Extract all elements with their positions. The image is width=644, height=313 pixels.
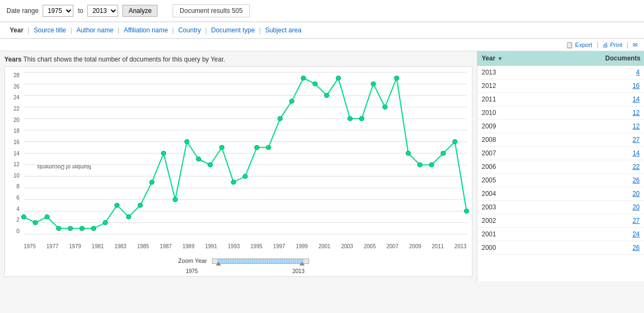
zoom-bar: Zoom Year 1975 2013 xyxy=(24,257,467,274)
svg-point-20 xyxy=(80,226,85,230)
chart-section: Years This chart shows the total number … xyxy=(0,51,477,281)
svg-point-42 xyxy=(336,76,341,80)
y-label: 8 xyxy=(5,183,21,189)
tab-country[interactable]: Country xyxy=(175,25,204,35)
svg-point-46 xyxy=(382,105,387,109)
chart-section-label: Years xyxy=(4,56,22,63)
svg-point-49 xyxy=(417,162,422,167)
to-label: to xyxy=(78,7,83,15)
x-axis-labels: 1975197719791981198319851987198919911993… xyxy=(24,243,467,249)
col-year-header[interactable]: Year ▼ xyxy=(477,51,601,65)
y-label: 18 xyxy=(5,128,21,134)
main-content: Years This chart shows the total number … xyxy=(0,51,644,281)
x-label: 2003 xyxy=(341,243,353,249)
col-docs-header: Documents xyxy=(601,51,644,65)
chart-container: 0246810121416182022242628 Number of Docu… xyxy=(4,66,472,277)
x-label: 2009 xyxy=(409,243,421,249)
export-icon: 📋 xyxy=(566,42,573,49)
to-year-select[interactable]: 1975197619771978197919801981198219831984… xyxy=(87,5,118,17)
doc-results: Document results 505 xyxy=(173,4,250,17)
td-docs[interactable]: 4 xyxy=(601,66,644,79)
export-button[interactable]: 📋 Export xyxy=(566,42,592,49)
y-label: 16 xyxy=(5,139,21,145)
tab-source-title[interactable]: Source title xyxy=(30,25,69,35)
td-docs[interactable]: 20 xyxy=(601,187,644,200)
td-docs[interactable]: 26 xyxy=(601,241,644,254)
email-icon: ✉ xyxy=(633,42,638,49)
x-label: 1997 xyxy=(273,243,285,249)
sort-icon: ▼ xyxy=(497,56,503,62)
svg-point-36 xyxy=(266,145,271,149)
x-label: 1993 xyxy=(228,243,239,249)
table-row: 2006 22 xyxy=(477,160,644,174)
td-year: 2003 xyxy=(477,201,601,214)
y-label: 12 xyxy=(5,161,21,167)
svg-point-16 xyxy=(33,221,38,225)
y-label: 4 xyxy=(5,206,21,212)
y-label: 20 xyxy=(5,117,21,123)
y-axis-title: Number of Documents xyxy=(0,129,3,183)
table-row: 2010 12 xyxy=(477,106,644,120)
x-label: 1975 xyxy=(24,243,36,249)
y-label: 14 xyxy=(5,151,21,156)
table-row: 2005 26 xyxy=(477,174,644,187)
email-button[interactable]: ✉ xyxy=(633,42,638,49)
td-docs[interactable]: 27 xyxy=(601,214,644,227)
svg-point-17 xyxy=(45,215,50,219)
svg-point-48 xyxy=(406,151,411,155)
td-docs[interactable]: 14 xyxy=(601,93,644,106)
y-label: 28 xyxy=(5,72,21,78)
svg-point-40 xyxy=(313,81,318,86)
td-year: 2008 xyxy=(477,133,601,146)
svg-point-53 xyxy=(464,209,469,213)
table-section: Year ▼ Documents 2013 4 2012 16 2011 14 … xyxy=(477,51,644,281)
zoom-from: 1975 xyxy=(186,268,198,274)
y-label: 6 xyxy=(5,195,21,201)
x-label: 1991 xyxy=(205,243,217,249)
print-label: Print xyxy=(610,42,622,48)
td-year: 2004 xyxy=(477,187,601,200)
td-year: 2013 xyxy=(477,66,601,79)
svg-point-25 xyxy=(138,203,143,207)
x-label: 1981 xyxy=(92,243,104,249)
td-docs[interactable]: 12 xyxy=(601,106,644,119)
table-row: 2011 14 xyxy=(477,93,644,106)
analyze-button[interactable]: Analyze xyxy=(122,5,157,17)
table-row: 2003 20 xyxy=(477,201,644,214)
td-docs[interactable]: 24 xyxy=(601,228,644,241)
table-row: 2004 20 xyxy=(477,187,644,201)
table-row: 2013 4 xyxy=(477,66,644,79)
tab-affiliation-name[interactable]: Affiliation name xyxy=(120,25,171,35)
tab-year[interactable]: Year xyxy=(6,25,26,35)
svg-point-47 xyxy=(394,76,399,80)
y-label: 10 xyxy=(5,173,21,179)
td-year: 2007 xyxy=(477,147,601,160)
print-button[interactable]: 🖨 Print xyxy=(602,42,622,48)
from-year-select[interactable]: 1975197619771978197919801981198219831984… xyxy=(43,5,73,17)
chart-svg xyxy=(24,72,467,234)
td-docs[interactable]: 14 xyxy=(601,147,644,160)
table-row: 2009 12 xyxy=(477,120,644,133)
tab-subject-area[interactable]: Subject area xyxy=(262,25,304,35)
td-docs[interactable]: 27 xyxy=(601,133,644,146)
svg-point-33 xyxy=(231,180,236,185)
td-year: 2000 xyxy=(477,241,601,254)
col-year-label: Year xyxy=(482,55,495,62)
x-label: 1983 xyxy=(114,243,126,249)
tab-document-type[interactable]: Document type xyxy=(208,25,258,35)
svg-point-39 xyxy=(301,76,306,80)
td-docs[interactable]: 20 xyxy=(601,201,644,214)
svg-point-52 xyxy=(453,140,457,144)
col-docs-label: Documents xyxy=(605,55,640,62)
td-docs[interactable]: 26 xyxy=(601,174,644,187)
td-docs[interactable]: 16 xyxy=(601,79,644,92)
td-docs[interactable]: 22 xyxy=(601,160,644,173)
y-label: 26 xyxy=(5,84,21,90)
svg-point-34 xyxy=(243,174,248,179)
td-docs[interactable]: 12 xyxy=(601,120,644,133)
tab-author-name[interactable]: Author name xyxy=(73,25,117,35)
td-year: 2006 xyxy=(477,160,601,173)
x-label: 2007 xyxy=(387,243,399,249)
td-year: 2010 xyxy=(477,106,601,119)
svg-point-50 xyxy=(429,162,434,167)
